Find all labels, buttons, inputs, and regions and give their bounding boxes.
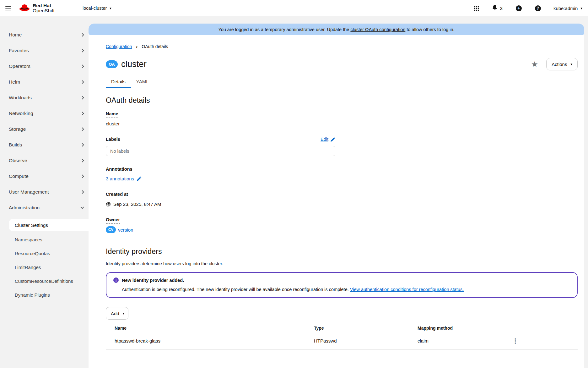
plus-circle-icon: + bbox=[516, 5, 522, 11]
add-identity-provider-button[interactable]: Add ▾ bbox=[106, 307, 128, 320]
oauth-details-heading: OAuth details bbox=[106, 96, 578, 105]
chevron-down-icon: ▾ bbox=[570, 63, 572, 66]
user-menu-dropdown[interactable]: kube:admin ▾ bbox=[553, 6, 582, 11]
info-icon: i bbox=[113, 277, 119, 283]
chevron-down-icon: ▾ bbox=[110, 7, 111, 10]
chevron-right-icon bbox=[80, 33, 84, 36]
idp-mapping-cell: claim bbox=[418, 338, 505, 343]
chevron-right-icon bbox=[80, 49, 84, 52]
tab-details[interactable]: Details bbox=[106, 75, 131, 88]
alert-body-text: Authentication is being reconfigured. Th… bbox=[122, 287, 349, 292]
question-circle-icon: ? bbox=[535, 5, 541, 11]
banner-text-before: You are logged in as a temporary adminis… bbox=[218, 27, 349, 32]
header-toolbar: 3 + ? kube:admin ▾ bbox=[474, 5, 588, 12]
sidebar-item-administration[interactable]: Administration bbox=[0, 200, 89, 216]
view-authentication-conditions-link[interactable]: View authentication conditions for recon… bbox=[350, 287, 464, 292]
annotations-label: Annotations bbox=[106, 167, 132, 173]
cluster-selector-dropdown[interactable]: local-cluster ▾ bbox=[83, 0, 111, 16]
notification-count: 3 bbox=[500, 6, 503, 11]
globe-icon bbox=[106, 202, 111, 207]
chevron-right-icon bbox=[80, 96, 84, 99]
sidebar-item-dynamic-plugins[interactable]: Dynamic Plugins bbox=[0, 288, 89, 302]
chevron-down-icon: ▾ bbox=[580, 7, 582, 10]
created-at-label: Created at bbox=[106, 192, 128, 198]
oauth-resource-badge: OA bbox=[106, 60, 118, 68]
favorite-star-button[interactable]: ★ bbox=[531, 60, 538, 68]
table-header-row: Name Type Mapping method bbox=[106, 324, 578, 332]
pencil-icon bbox=[331, 137, 335, 142]
user-menu-label: kube:admin bbox=[553, 6, 578, 11]
sidebar-item-workloads[interactable]: Workloads bbox=[0, 90, 89, 106]
idp-type-cell: HTPasswd bbox=[314, 338, 418, 343]
sidebar-item-home[interactable]: Home bbox=[0, 27, 89, 43]
sidebar-item-networking[interactable]: Networking bbox=[0, 106, 89, 121]
banner-text-after: to allow others to log in. bbox=[407, 27, 454, 32]
tab-bar: Details YAML bbox=[106, 75, 578, 88]
sidebar-item-user-management[interactable]: User Management bbox=[0, 184, 89, 200]
sidebar-item-customresourcedefinitions[interactable]: CustomResourceDefinitions bbox=[0, 274, 89, 288]
logo-text-redhat: Red Hat bbox=[33, 3, 55, 8]
page-title: cluster bbox=[121, 59, 147, 69]
kebab-menu-button[interactable]: ⋮ bbox=[509, 337, 578, 344]
column-header-mapping-method: Mapping method bbox=[418, 326, 505, 331]
labels-label: Labels bbox=[106, 137, 120, 143]
cluster-oauth-configuration-link[interactable]: cluster OAuth configuration bbox=[350, 27, 405, 32]
identity-providers-description: Identity providers determine how users l… bbox=[106, 261, 578, 266]
sidebar-item-namespaces[interactable]: Namespaces bbox=[0, 233, 89, 246]
idp-name-cell: htpasswd-break-glass bbox=[115, 338, 314, 343]
temp-admin-banner: You are logged in as a temporary adminis… bbox=[89, 24, 584, 35]
clusterversion-resource-badge: CV bbox=[106, 226, 116, 233]
labels-empty-box: No labels bbox=[106, 146, 335, 156]
breadcrumb-separator-icon: › bbox=[136, 44, 138, 49]
sidebar-item-resourcequotas[interactable]: ResourceQuotas bbox=[0, 246, 89, 260]
column-header-name: Name bbox=[115, 326, 314, 331]
chevron-right-icon bbox=[80, 174, 84, 178]
administration-subnav: Cluster Settings Namespaces ResourceQuot… bbox=[0, 219, 89, 302]
chevron-down-icon: ▾ bbox=[123, 312, 125, 315]
sidebar-item-cluster-settings[interactable]: Cluster Settings bbox=[9, 219, 92, 231]
pencil-icon[interactable] bbox=[137, 176, 142, 181]
identity-providers-heading: Identity providers bbox=[106, 247, 578, 256]
sidebar-item-builds[interactable]: Builds bbox=[0, 137, 89, 153]
help-button[interactable]: ? bbox=[535, 5, 541, 11]
sidebar-item-helm[interactable]: Helm bbox=[0, 74, 89, 90]
breadcrumb: Configuration › OAuth details bbox=[106, 44, 578, 49]
sidebar-item-favorites[interactable]: Favorites bbox=[0, 43, 89, 58]
alert-title: New identity provider added. bbox=[122, 278, 184, 283]
table-row: htpasswd-break-glass HTPasswd claim ⋮ bbox=[106, 332, 578, 349]
breadcrumb-current: OAuth details bbox=[142, 44, 168, 49]
name-label: Name bbox=[106, 111, 118, 118]
chevron-right-icon bbox=[80, 143, 84, 146]
chevron-right-icon bbox=[80, 190, 84, 194]
actions-button[interactable]: Actions ▾ bbox=[546, 58, 578, 70]
redhat-openshift-logo: Red Hat OpenShift bbox=[19, 3, 55, 13]
cluster-selector-value: local-cluster bbox=[83, 6, 107, 11]
owner-version-link[interactable]: version bbox=[118, 227, 133, 233]
notifications-button[interactable]: 3 bbox=[492, 5, 503, 12]
app-launcher-grid-icon[interactable] bbox=[474, 6, 479, 11]
column-header-type: Type bbox=[314, 326, 418, 331]
sidebar-item-operators[interactable]: Operators bbox=[0, 58, 89, 74]
chevron-right-icon bbox=[80, 112, 84, 115]
chevron-right-icon bbox=[80, 80, 84, 84]
annotations-link[interactable]: 3 annotations bbox=[106, 176, 134, 181]
info-alert: i New identity provider added. Authentic… bbox=[106, 272, 578, 298]
app-header: Red Hat OpenShift local-cluster ▾ bbox=[0, 0, 588, 16]
quick-create-button[interactable]: + bbox=[516, 5, 522, 11]
tab-yaml[interactable]: YAML bbox=[131, 75, 154, 88]
identity-providers-table: Name Type Mapping method htpasswd-break-… bbox=[106, 324, 578, 349]
sidebar-item-observe[interactable]: Observe bbox=[0, 153, 89, 168]
chevron-right-icon bbox=[80, 64, 84, 68]
hamburger-menu-icon[interactable] bbox=[5, 5, 11, 12]
breadcrumb-configuration-link[interactable]: Configuration bbox=[106, 44, 132, 49]
name-value: cluster bbox=[106, 121, 578, 126]
edit-labels-button[interactable]: Edit bbox=[321, 137, 335, 142]
main-content: You are logged in as a temporary adminis… bbox=[89, 24, 584, 368]
sidebar-item-storage[interactable]: Storage bbox=[0, 121, 89, 137]
owner-label: Owner bbox=[106, 217, 120, 224]
section-divider bbox=[89, 237, 584, 237]
sidebar-item-limitranges[interactable]: LimitRanges bbox=[0, 260, 89, 274]
chevron-right-icon bbox=[80, 127, 84, 131]
sidebar-item-compute[interactable]: Compute bbox=[0, 168, 89, 184]
logo-text-openshift: OpenShift bbox=[33, 8, 55, 13]
